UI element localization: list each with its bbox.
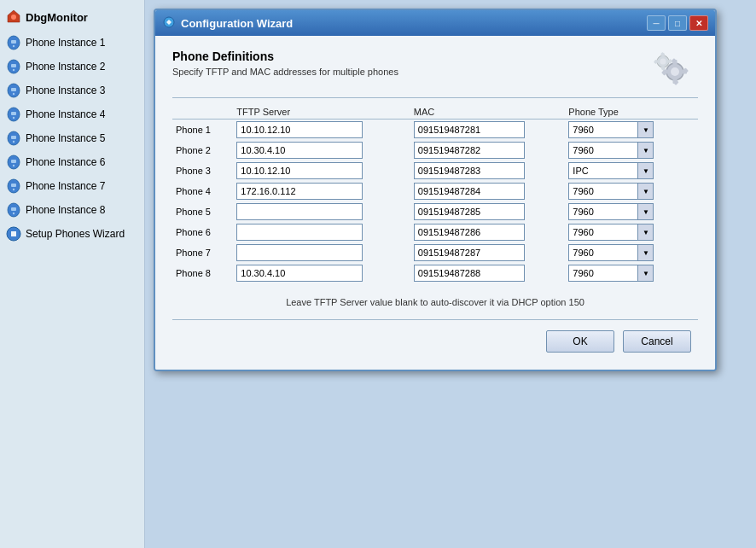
sidebar-item-instance4[interactable]: Phone Instance 4 <box>0 102 144 126</box>
phone-type-dropdown-8[interactable]: ▼ <box>637 265 653 281</box>
phone-type-dropdown-7[interactable]: ▼ <box>637 245 653 260</box>
phone-type-select-7[interactable]: 7960▼ <box>568 244 654 261</box>
phone-icon <box>5 201 22 219</box>
svg-rect-6 <box>11 64 16 67</box>
phone-type-dropdown-6[interactable]: ▼ <box>637 224 653 240</box>
phone-type-select-5[interactable]: 7960▼ <box>568 203 654 220</box>
sidebar-label-instance7: Phone Instance 7 <box>26 180 105 192</box>
dialog-titlebar: Configuration Wizard ─ □ ✕ <box>155 10 715 36</box>
tftp-input-8[interactable] <box>236 265 363 282</box>
dialog-subheading: Specify TFTP and MAC addresses for multi… <box>172 67 651 77</box>
tftp-input-3[interactable] <box>236 162 363 179</box>
sidebar-label-setup: Setup Phones Wizard <box>26 228 125 240</box>
phone-type-select-3[interactable]: IPC▼ <box>568 162 654 179</box>
svg-rect-18 <box>11 160 16 163</box>
phone-type-dropdown-4[interactable]: ▼ <box>637 184 653 199</box>
table-row: Phone 67960▼ <box>172 222 698 242</box>
monitor-icon <box>5 9 22 26</box>
svg-point-13 <box>13 117 15 119</box>
mac-input-8[interactable] <box>414 265 525 282</box>
svg-point-4 <box>13 45 15 47</box>
phone-type-select-2[interactable]: 7960▼ <box>568 142 654 159</box>
sidebar: DbgMonitor Phone Instance 1Phone Instanc… <box>0 0 145 548</box>
sidebar-title: DbgMonitor <box>0 3 144 31</box>
phone-type-value-6: 7960 <box>569 226 637 238</box>
svg-rect-24 <box>11 207 16 211</box>
phone-icon <box>5 106 22 123</box>
phone-type-value-2: 7960 <box>569 144 637 156</box>
sidebar-item-instance3[interactable]: Phone Instance 3 <box>0 79 144 102</box>
tftp-input-4[interactable] <box>236 183 363 200</box>
dialog-heading: Phone Definitions <box>172 50 651 63</box>
phone-icon <box>5 58 22 75</box>
phone-type-select-8[interactable]: 7960▼ <box>568 265 654 282</box>
phone-label-2: Phone 2 <box>176 145 216 155</box>
phone-type-dropdown-3[interactable]: ▼ <box>637 163 653 178</box>
dialog-title-icon <box>162 15 176 32</box>
phone-type-select-6[interactable]: 7960▼ <box>568 224 654 241</box>
sidebar-label-instance5: Phone Instance 5 <box>26 132 105 144</box>
phone-icon <box>5 34 22 51</box>
tftp-input-1[interactable] <box>236 121 363 138</box>
header-separator <box>172 97 698 98</box>
sidebar-label-instance6: Phone Instance 6 <box>26 156 105 168</box>
svg-rect-9 <box>11 88 16 91</box>
gear-icon <box>651 50 698 90</box>
mac-input-4[interactable] <box>414 183 525 200</box>
table-row: Phone 87960▼ <box>172 263 698 283</box>
tftp-input-7[interactable] <box>236 244 363 261</box>
mac-input-7[interactable] <box>414 244 525 261</box>
svg-point-19 <box>13 165 15 166</box>
mac-input-2[interactable] <box>414 142 525 159</box>
mac-input-6[interactable] <box>414 224 525 241</box>
sidebar-item-instance7[interactable]: Phone Instance 7 <box>0 174 144 198</box>
sidebar-app-title: DbgMonitor <box>26 11 88 24</box>
cancel-button[interactable]: Cancel <box>623 330 691 353</box>
tftp-input-6[interactable] <box>236 224 363 241</box>
phone-type-value-5: 7960 <box>569 206 637 218</box>
sidebar-item-setup[interactable]: Setup Phones Wizard <box>0 222 144 246</box>
svg-point-29 <box>671 67 679 76</box>
table-row: Phone 27960▼ <box>172 140 698 160</box>
ok-button[interactable]: OK <box>546 330 614 353</box>
sidebar-label-instance8: Phone Instance 8 <box>26 204 105 216</box>
sidebar-item-instance8[interactable]: Phone Instance 8 <box>0 198 144 222</box>
svg-rect-12 <box>11 112 16 115</box>
col-header-tftp: TFTP Server <box>233 105 410 120</box>
mac-input-3[interactable] <box>414 162 525 179</box>
phone-label-1: Phone 1 <box>176 125 216 135</box>
phone-type-select-4[interactable]: 7960▼ <box>568 183 654 200</box>
phone-type-dropdown-1[interactable]: ▼ <box>637 122 653 137</box>
sidebar-item-instance6[interactable]: Phone Instance 6 <box>0 150 144 174</box>
col-header-type: Phone Type <box>565 105 698 120</box>
sidebar-item-instance5[interactable]: Phone Instance 5 <box>0 126 144 150</box>
svg-point-1 <box>11 15 16 20</box>
table-row: Phone 77960▼ <box>172 242 698 263</box>
mac-input-5[interactable] <box>414 203 525 220</box>
phone-icon <box>5 82 22 99</box>
table-row: Phone 57960▼ <box>172 201 698 222</box>
phone-label-3: Phone 3 <box>176 166 216 176</box>
config-wizard-dialog: Configuration Wizard ─ □ ✕ Phone Definit… <box>154 9 717 371</box>
phone-type-dropdown-5[interactable]: ▼ <box>637 204 653 219</box>
mac-input-1[interactable] <box>414 121 525 138</box>
svg-point-22 <box>13 189 15 190</box>
phone-label-8: Phone 8 <box>176 268 216 278</box>
phone-type-select-1[interactable]: 7960▼ <box>568 121 654 138</box>
close-button[interactable]: ✕ <box>689 15 708 31</box>
tftp-input-2[interactable] <box>236 142 363 159</box>
phone-type-value-3: IPC <box>569 165 637 177</box>
tftp-input-5[interactable] <box>236 203 363 220</box>
sidebar-item-instance1[interactable]: Phone Instance 1 <box>0 31 144 55</box>
gear-container <box>651 50 698 90</box>
svg-point-39 <box>660 59 666 65</box>
dialog-content: Phone Definitions Specify TFTP and MAC a… <box>155 36 715 370</box>
maximize-button[interactable]: □ <box>668 15 687 31</box>
table-row: Phone 47960▼ <box>172 181 698 201</box>
svg-point-10 <box>13 93 15 95</box>
svg-point-7 <box>13 69 15 71</box>
minimize-button[interactable]: ─ <box>647 15 666 31</box>
sidebar-label-instance4: Phone Instance 4 <box>26 108 105 120</box>
phone-type-dropdown-2[interactable]: ▼ <box>637 143 653 158</box>
sidebar-item-instance2[interactable]: Phone Instance 2 <box>0 55 144 79</box>
